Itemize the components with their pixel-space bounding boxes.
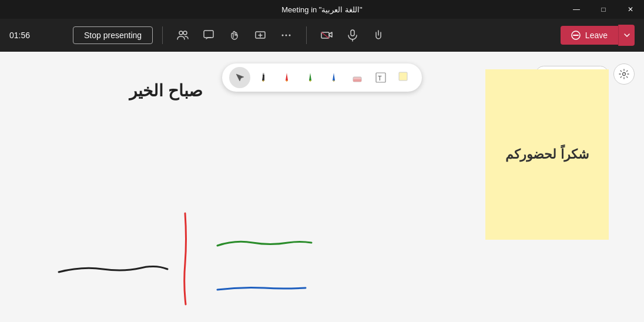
window-title: Meeting in "اللغة العربية" <box>281 5 362 14</box>
svg-point-0 <box>179 31 183 35</box>
participants-button[interactable] <box>172 25 193 46</box>
maximize-button[interactable]: □ <box>590 0 617 19</box>
svg-point-5 <box>286 35 287 36</box>
bar-separator <box>162 26 163 44</box>
raise-hand-toolbar-button[interactable] <box>368 25 389 46</box>
svg-point-6 <box>289 35 291 36</box>
whiteboard-text-arabic1: صباح الخير <box>129 81 203 100</box>
meeting-bar: 01:56 Stop presenting <box>0 19 644 52</box>
canvas-content: صباح الخير شكراً لحضوركم <box>0 52 644 322</box>
leave-button[interactable]: Leave <box>561 26 618 45</box>
svg-line-8 <box>321 32 329 38</box>
minimize-button[interactable]: — <box>563 0 590 19</box>
leave-dropdown-button[interactable] <box>618 25 635 46</box>
svg-rect-2 <box>204 31 213 38</box>
separator2 <box>306 26 307 44</box>
share-screen-button[interactable] <box>250 25 271 46</box>
chat-button[interactable] <box>198 25 219 46</box>
whiteboard-area[interactable]: T Open in app <box>0 52 644 322</box>
window-controls: — □ ✕ <box>563 0 644 19</box>
camera-button[interactable] <box>316 25 337 46</box>
stop-presenting-button[interactable]: Stop presenting <box>73 26 153 44</box>
svg-point-1 <box>183 31 187 35</box>
sticky-note: شكراً لحضوركم <box>485 69 609 240</box>
more-options-button[interactable] <box>276 25 297 46</box>
leave-group: Leave <box>561 25 635 46</box>
meeting-timer: 01:56 <box>9 31 33 40</box>
svg-rect-9 <box>351 30 354 36</box>
svg-point-4 <box>282 35 284 36</box>
mic-button[interactable] <box>342 25 363 46</box>
raise-hand-button[interactable] <box>224 25 245 46</box>
sticky-note-text: شكراً لحضوركم <box>505 147 588 162</box>
title-bar: Meeting in "اللغة العربية" — □ ✕ <box>0 0 644 19</box>
close-button[interactable]: ✕ <box>617 0 644 19</box>
